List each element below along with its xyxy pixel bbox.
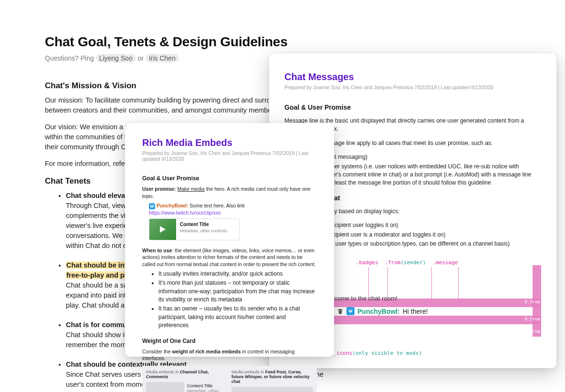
badge-icon — [149, 203, 155, 209]
placeholder-large — [231, 387, 313, 392]
section-heading: Goal & User Promise — [142, 175, 317, 182]
when-to-use: When to use: the element (like images, v… — [142, 247, 317, 268]
thumbnail — [149, 219, 176, 240]
chat-text: Hi there! — [403, 308, 428, 315]
doc-meta: Prepared by Joanne Soo, Iris Chen and Ja… — [142, 150, 317, 162]
doc-title: Chat Messages — [284, 72, 541, 83]
section-heading: Weight of One Card — [142, 338, 317, 344]
section-heading: Goal & User Promise — [284, 103, 541, 111]
author-chip[interactable]: Liyeng Soo — [96, 54, 136, 62]
chat-message-line: PunchyBowl: Hi there! — [318, 307, 536, 315]
badge-icon — [346, 307, 355, 315]
chat-username: PunchyBowl: — [357, 308, 400, 315]
sample-chat-line: PunchyBowl: Some text here. Also link ht… — [142, 202, 317, 240]
anatomy-labels: .badges .from(sender) .message — [356, 259, 458, 266]
rich-media-doc: Rich Media Embeds Prepared by Joanne Soo… — [125, 123, 334, 357]
doc-title: Chat Goal, Tenets & Design Guidelines — [45, 34, 343, 50]
doc-title: Rich Media Embeds — [142, 137, 317, 148]
doc-meta: Prepared by Joanne Soo, Iris Chen and Ja… — [284, 84, 541, 90]
system-message: Welcome to the chat room! — [324, 295, 398, 302]
link[interactable]: https://www.twitch.tv/xxx/clip/xxx — [149, 210, 221, 216]
when-list: It usually invites interactivity, and/or… — [142, 270, 317, 330]
paragraph: Consider the weight of rich media embeds… — [142, 348, 317, 362]
user-promise: User promise: Make media the hero. A ric… — [142, 186, 317, 199]
anatomy-label-bottom: .mod_icons(only visible to mods) — [321, 350, 422, 356]
link[interactable]: Make media — [178, 186, 205, 192]
weight-comparison: Media embeds in Channel Chat, Comments C… — [142, 366, 317, 392]
author-chip[interactable]: Iris Chen — [146, 54, 179, 62]
embed-card[interactable]: Content Title Metadata, other contexts — [149, 218, 240, 240]
trash-icon — [337, 308, 344, 315]
placeholder-thumb — [146, 382, 184, 392]
